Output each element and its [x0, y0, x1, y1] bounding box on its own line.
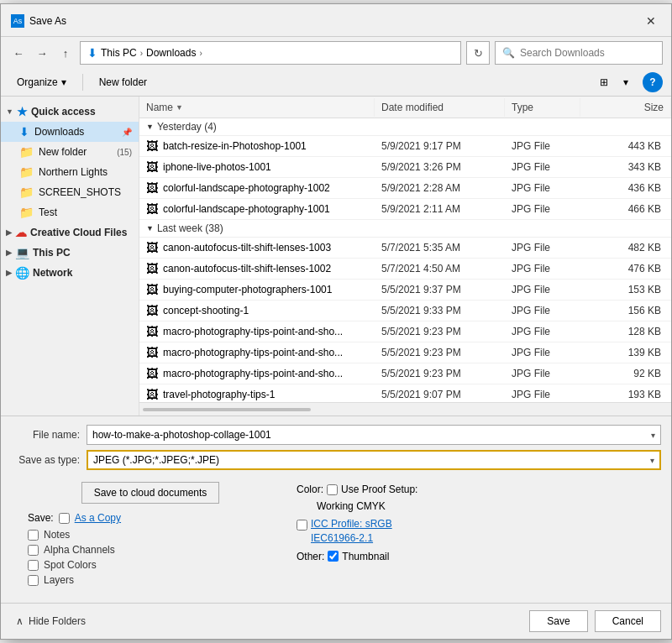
network-chevron: ▶ [6, 269, 12, 277]
file-date-cell: 5/5/2021 9:23 PM [375, 345, 505, 360]
path-downloads[interactable]: Downloads [146, 47, 196, 59]
file-date-cell: 5/7/2021 4:50 AM [375, 261, 505, 276]
group-header-yesterday[interactable]: ▼ Yesterday (4) [139, 118, 671, 136]
layers-checkbox[interactable] [28, 575, 39, 586]
table-row[interactable]: 🖼 macro-photography-tips-point-and-sho..… [139, 322, 671, 342]
search-box[interactable]: 🔍 [495, 41, 663, 65]
filename-input[interactable]: how-to-make-a-photoshop-collage-1001 ▾ [87, 425, 661, 445]
table-row[interactable]: 🖼 canon-autofocus-tilt-shift-lenses-1002… [139, 259, 671, 280]
color-section: Color: Use Proof Setup: [297, 484, 661, 495]
alpha-channels-row: Alpha Channels [21, 544, 280, 556]
filename-label: File name: [11, 429, 87, 441]
sidebar-item-new-folder[interactable]: 📁 New folder (15) [1, 142, 139, 162]
col-date[interactable]: Date modified [375, 98, 505, 117]
icc-profile-link[interactable]: ICC Profile: sRGBIEC61966-2.1 [311, 517, 392, 546]
file-name-cell: 🖼 macro-photography-tips-point-and-sho..… [139, 365, 375, 382]
table-row[interactable]: 🖼 travel-photography-tips-1 5/5/2021 9:0… [139, 384, 671, 402]
table-row[interactable]: 🖼 colorful-landscape-photography-1002 5/… [139, 178, 671, 199]
path-arrow: › [140, 49, 143, 58]
thumbnail-label[interactable]: Thumbnail [342, 551, 389, 562]
view-dropdown-button[interactable]: ▾ [616, 72, 636, 92]
file-date-cell: 5/5/2021 9:33 PM [375, 303, 505, 318]
save-button[interactable]: Save [529, 610, 587, 632]
file-date-cell: 5/5/2021 9:23 PM [375, 324, 505, 339]
organize-arrow: ▾ [61, 76, 66, 88]
refresh-button[interactable]: ↻ [466, 41, 490, 65]
savetype-value: JPEG (*.JPG;*.JPEG;*.JPE) [93, 454, 650, 466]
sidebar-item-downloads[interactable]: ⬇ Downloads 📌 [1, 122, 139, 142]
table-row[interactable]: 🖼 canon-autofocus-tilt-shift-lenses-1003… [139, 238, 671, 259]
table-row[interactable]: 🖼 batch-resize-in-Photoshop-1001 5/9/202… [139, 136, 671, 157]
save-cloud-button[interactable]: Save to cloud documents [81, 482, 220, 504]
file-name-text: concept-shooting-1 [163, 305, 249, 316]
file-icon: 🖼 [146, 181, 158, 195]
sidebar-item-test[interactable]: 📁 Test [1, 202, 139, 222]
screen-shots-label: SCREEN_SHOTS [39, 186, 132, 198]
sidebar-item-northern-lights[interactable]: 📁 Northern Lights [1, 162, 139, 182]
notes-checkbox[interactable] [28, 530, 39, 541]
as-copy-label[interactable]: As a Copy [75, 512, 121, 524]
table-row[interactable]: 🖼 colorful-landscape-photography-1001 5/… [139, 199, 671, 220]
sidebar-item-screen-shots[interactable]: 📁 SCREEN_SHOTS [1, 182, 139, 202]
spot-colors-checkbox[interactable] [28, 560, 39, 571]
col-type[interactable]: Type [505, 98, 580, 117]
file-date-cell: 5/5/2021 9:07 PM [375, 387, 505, 402]
breadcrumb-path[interactable]: ⬇ This PC › Downloads › [80, 41, 461, 65]
forward-button[interactable]: → [33, 44, 51, 62]
view-toggle-button[interactable]: ⊞ [594, 72, 614, 92]
close-button[interactable]: ✕ [641, 11, 661, 31]
alpha-channels-checkbox[interactable] [28, 545, 39, 556]
file-name-cell: 🖼 macro-photography-tips-point-and-sho..… [139, 323, 375, 340]
file-list: Name ▼ Date modified Type Size ▼ Yesterd… [139, 97, 671, 416]
sidebar-section-creative-cloud[interactable]: ▶ ☁ Creative Cloud Files [1, 222, 139, 243]
group-label: Yesterday (4) [157, 121, 217, 133]
thumbnail-checkbox[interactable] [328, 551, 339, 562]
cancel-button[interactable]: Cancel [595, 610, 661, 632]
as-copy-checkbox[interactable] [59, 513, 70, 524]
network-label: Network [33, 267, 72, 279]
options-left: Save to cloud documents Save: As a Copy … [11, 482, 280, 589]
nav-bar: ← → ↑ ⬇ This PC › Downloads › ↻ 🔍 [1, 37, 671, 69]
proof-setup-checkbox[interactable] [327, 484, 338, 495]
filename-row: File name: how-to-make-a-photoshop-colla… [11, 425, 661, 445]
file-type-cell: JPG File [505, 387, 580, 402]
sidebar-section-network[interactable]: ▶ 🌐 Network [1, 263, 139, 283]
search-input[interactable] [520, 47, 655, 59]
table-row[interactable]: 🖼 buying-computer-photographers-1001 5/5… [139, 280, 671, 301]
col-name[interactable]: Name ▼ [139, 98, 375, 117]
icc-profile-checkbox[interactable] [297, 520, 307, 531]
save-cloud-label: Save to cloud documents [94, 487, 207, 499]
path-this-pc[interactable]: This PC [101, 47, 137, 59]
spot-colors-label[interactable]: Spot Colors [44, 559, 97, 571]
sidebar-section-this-pc[interactable]: ▶ 💻 This PC [1, 243, 139, 263]
savetype-input[interactable]: JPEG (*.JPG;*.JPEG;*.JPE) ▾ [87, 450, 661, 470]
quick-access-star-icon: ★ [17, 105, 28, 118]
main-content: ▼ ★ Quick access ⬇ Downloads 📌 📁 New fol… [1, 97, 671, 416]
spot-colors-row: Spot Colors [21, 559, 280, 571]
file-date-cell: 5/5/2021 9:37 PM [375, 282, 505, 297]
chevron-down-icon: ∧ [16, 615, 24, 627]
col-type-label: Type [512, 102, 533, 113]
table-row[interactable]: 🖼 concept-shooting-1 5/5/2021 9:33 PM JP… [139, 301, 671, 322]
h-scroll-thumb[interactable] [143, 408, 311, 411]
proof-setup-label[interactable]: Use Proof Setup: [341, 484, 417, 495]
icc-profile-row: ICC Profile: sRGBIEC61966-2.1 [297, 517, 661, 546]
alpha-channels-label[interactable]: Alpha Channels [44, 544, 115, 556]
sidebar-section-quick-access[interactable]: ▼ ★ Quick access [1, 102, 139, 122]
file-size-cell: 476 KB [580, 261, 671, 276]
hide-folders-label: Hide Folders [29, 615, 86, 627]
table-row[interactable]: 🖼 macro-photography-tips-point-and-sho..… [139, 363, 671, 384]
up-button[interactable]: ↑ [56, 44, 75, 62]
layers-label[interactable]: Layers [44, 574, 74, 586]
organize-button[interactable]: Organize ▾ [9, 73, 74, 91]
help-button[interactable]: ? [643, 72, 663, 92]
table-row[interactable]: 🖼 iphone-live-photos-1001 5/9/2021 3:26 … [139, 157, 671, 178]
col-size[interactable]: Size [580, 98, 671, 117]
horizontal-scrollbar[interactable] [139, 402, 671, 416]
table-row[interactable]: 🖼 macro-photography-tips-point-and-sho..… [139, 342, 671, 363]
notes-label[interactable]: Notes [44, 529, 70, 541]
new-folder-button[interactable]: New folder [92, 73, 155, 91]
hide-folders-button[interactable]: ∧ Hide Folders [11, 612, 91, 630]
back-button[interactable]: ← [9, 44, 28, 62]
group-header-last-week[interactable]: ▼ Last week (38) [139, 220, 671, 238]
